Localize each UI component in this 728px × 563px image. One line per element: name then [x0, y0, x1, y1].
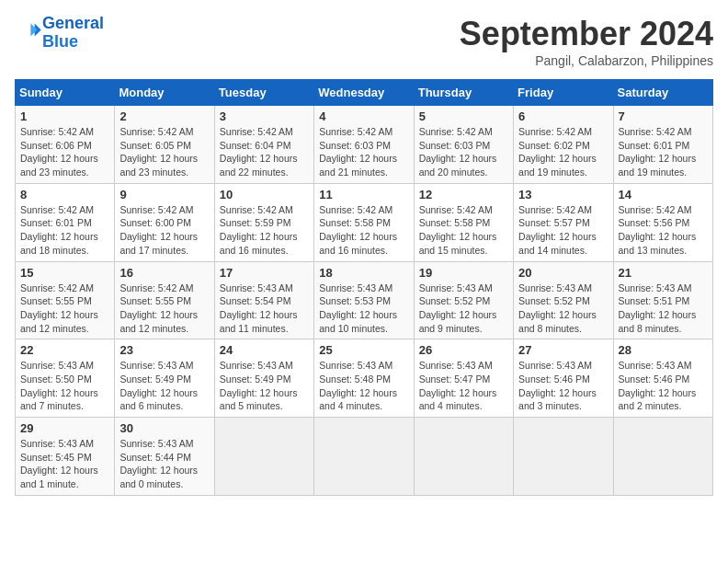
calendar-cell: 25 Sunrise: 5:43 AM Sunset: 5:48 PM Dayl…	[314, 339, 414, 418]
day-number: 24	[220, 343, 309, 357]
calendar-cell: 11 Sunrise: 5:42 AM Sunset: 5:58 PM Dayl…	[314, 183, 414, 261]
day-number: 23	[119, 343, 209, 357]
day-info: Sunrise: 5:43 AM Sunset: 5:51 PM Dayligh…	[619, 282, 708, 336]
day-number: 1	[20, 109, 109, 123]
week-row-3: 15 Sunrise: 5:42 AM Sunset: 5:55 PM Dayl…	[16, 261, 713, 339]
day-info: Sunrise: 5:42 AM Sunset: 6:04 PM Dayligh…	[220, 125, 309, 179]
calendar-cell: 12 Sunrise: 5:42 AM Sunset: 5:58 PM Dayl…	[414, 183, 513, 261]
day-number: 14	[619, 188, 708, 201]
day-info: Sunrise: 5:43 AM Sunset: 5:49 PM Dayligh…	[220, 359, 309, 413]
day-info: Sunrise: 5:42 AM Sunset: 6:03 PM Dayligh…	[419, 125, 508, 179]
day-info: Sunrise: 5:43 AM Sunset: 5:46 PM Dayligh…	[619, 359, 708, 413]
day-info: Sunrise: 5:42 AM Sunset: 6:01 PM Dayligh…	[20, 203, 109, 258]
day-info: Sunrise: 5:43 AM Sunset: 5:54 PM Dayligh…	[220, 282, 309, 336]
day-number: 18	[319, 266, 408, 280]
calendar-cell: 15 Sunrise: 5:42 AM Sunset: 5:55 PM Dayl…	[16, 261, 115, 339]
day-info: Sunrise: 5:43 AM Sunset: 5:52 PM Dayligh…	[419, 282, 508, 336]
week-row-5: 29 Sunrise: 5:43 AM Sunset: 5:45 PM Dayl…	[16, 418, 713, 496]
logo-text: GeneralBlue	[42, 15, 104, 52]
day-info: Sunrise: 5:42 AM Sunset: 6:03 PM Dayligh…	[319, 125, 408, 179]
day-number: 10	[220, 188, 309, 201]
day-number: 13	[518, 188, 608, 201]
logo: GeneralBlue	[15, 15, 104, 52]
calendar-cell: 13 Sunrise: 5:42 AM Sunset: 5:57 PM Dayl…	[514, 183, 613, 261]
day-number: 29	[20, 421, 109, 435]
calendar-cell: 1 Sunrise: 5:42 AM Sunset: 6:06 PM Dayli…	[16, 106, 115, 184]
day-info: Sunrise: 5:43 AM Sunset: 5:47 PM Dayligh…	[419, 359, 508, 413]
col-header-thursday: Thursday	[414, 80, 513, 106]
day-number: 6	[518, 109, 608, 123]
day-info: Sunrise: 5:42 AM Sunset: 6:06 PM Dayligh…	[20, 125, 109, 179]
day-number: 27	[518, 343, 608, 357]
week-row-4: 22 Sunrise: 5:43 AM Sunset: 5:50 PM Dayl…	[16, 339, 713, 418]
day-number: 20	[518, 266, 608, 280]
location: Pangil, Calabarzon, Philippines	[460, 53, 713, 68]
calendar-cell	[514, 418, 613, 496]
calendar-cell	[414, 418, 513, 496]
day-info: Sunrise: 5:42 AM Sunset: 6:00 PM Dayligh…	[119, 203, 209, 258]
day-info: Sunrise: 5:43 AM Sunset: 5:44 PM Dayligh…	[119, 437, 209, 491]
calendar-cell: 9 Sunrise: 5:42 AM Sunset: 6:00 PM Dayli…	[115, 183, 214, 261]
col-header-sunday: Sunday	[16, 80, 115, 106]
day-number: 2	[119, 109, 209, 123]
calendar-cell: 21 Sunrise: 5:43 AM Sunset: 5:51 PM Dayl…	[613, 261, 712, 339]
day-info: Sunrise: 5:43 AM Sunset: 5:50 PM Dayligh…	[20, 359, 109, 413]
day-number: 17	[220, 266, 309, 280]
title-block: September 2024 Pangil, Calabarzon, Phili…	[460, 15, 713, 68]
col-header-saturday: Saturday	[613, 80, 712, 106]
calendar-cell	[314, 418, 414, 496]
day-info: Sunrise: 5:43 AM Sunset: 5:52 PM Dayligh…	[518, 282, 608, 336]
day-number: 15	[20, 266, 109, 280]
day-info: Sunrise: 5:43 AM Sunset: 5:48 PM Dayligh…	[319, 359, 408, 413]
day-info: Sunrise: 5:43 AM Sunset: 5:49 PM Dayligh…	[119, 359, 209, 413]
day-number: 12	[419, 188, 508, 201]
calendar-cell: 5 Sunrise: 5:42 AM Sunset: 6:03 PM Dayli…	[414, 106, 513, 184]
col-header-friday: Friday	[514, 80, 613, 106]
calendar-cell: 14 Sunrise: 5:42 AM Sunset: 5:56 PM Dayl…	[613, 183, 712, 261]
week-row-1: 1 Sunrise: 5:42 AM Sunset: 6:06 PM Dayli…	[16, 106, 713, 184]
day-info: Sunrise: 5:42 AM Sunset: 6:02 PM Dayligh…	[518, 125, 608, 179]
calendar-cell: 8 Sunrise: 5:42 AM Sunset: 6:01 PM Dayli…	[16, 183, 115, 261]
calendar-cell: 28 Sunrise: 5:43 AM Sunset: 5:46 PM Dayl…	[613, 339, 712, 418]
calendar-cell: 6 Sunrise: 5:42 AM Sunset: 6:02 PM Dayli…	[514, 106, 613, 184]
month-title: September 2024	[460, 15, 713, 53]
calendar-cell: 27 Sunrise: 5:43 AM Sunset: 5:46 PM Dayl…	[514, 339, 613, 418]
day-number: 21	[619, 266, 708, 280]
week-row-2: 8 Sunrise: 5:42 AM Sunset: 6:01 PM Dayli…	[16, 183, 713, 261]
calendar-cell: 4 Sunrise: 5:42 AM Sunset: 6:03 PM Dayli…	[314, 106, 414, 184]
day-info: Sunrise: 5:42 AM Sunset: 5:55 PM Dayligh…	[119, 282, 209, 336]
day-info: Sunrise: 5:42 AM Sunset: 5:55 PM Dayligh…	[20, 282, 109, 336]
calendar-cell	[613, 418, 712, 496]
calendar-cell: 30 Sunrise: 5:43 AM Sunset: 5:44 PM Dayl…	[115, 418, 214, 496]
calendar-cell: 22 Sunrise: 5:43 AM Sunset: 5:50 PM Dayl…	[16, 339, 115, 418]
col-header-monday: Monday	[115, 80, 214, 106]
day-number: 22	[20, 343, 109, 357]
logo-icon	[17, 18, 42, 44]
calendar-cell: 17 Sunrise: 5:43 AM Sunset: 5:54 PM Dayl…	[214, 261, 313, 339]
day-number: 9	[119, 188, 209, 201]
calendar-cell: 7 Sunrise: 5:42 AM Sunset: 6:01 PM Dayli…	[613, 106, 712, 184]
day-info: Sunrise: 5:42 AM Sunset: 5:59 PM Dayligh…	[220, 203, 309, 258]
col-header-tuesday: Tuesday	[214, 80, 313, 106]
page-header: GeneralBlue September 2024 Pangil, Calab…	[15, 15, 713, 68]
calendar-cell: 24 Sunrise: 5:43 AM Sunset: 5:49 PM Dayl…	[214, 339, 313, 418]
day-info: Sunrise: 5:42 AM Sunset: 5:58 PM Dayligh…	[319, 203, 408, 258]
day-number: 26	[419, 343, 508, 357]
calendar-table: SundayMondayTuesdayWednesdayThursdayFrid…	[15, 79, 713, 496]
day-number: 8	[20, 188, 109, 201]
calendar-cell: 19 Sunrise: 5:43 AM Sunset: 5:52 PM Dayl…	[414, 261, 513, 339]
day-number: 3	[220, 109, 309, 123]
day-number: 7	[619, 109, 708, 123]
day-info: Sunrise: 5:42 AM Sunset: 6:05 PM Dayligh…	[119, 125, 209, 179]
day-info: Sunrise: 5:43 AM Sunset: 5:53 PM Dayligh…	[319, 282, 408, 336]
col-header-wednesday: Wednesday	[314, 80, 414, 106]
calendar-cell: 3 Sunrise: 5:42 AM Sunset: 6:04 PM Dayli…	[214, 106, 313, 184]
day-number: 19	[419, 266, 508, 280]
day-number: 25	[319, 343, 408, 357]
calendar-cell: 26 Sunrise: 5:43 AM Sunset: 5:47 PM Dayl…	[414, 339, 513, 418]
day-info: Sunrise: 5:42 AM Sunset: 6:01 PM Dayligh…	[619, 125, 708, 179]
day-number: 16	[119, 266, 209, 280]
calendar-cell: 10 Sunrise: 5:42 AM Sunset: 5:59 PM Dayl…	[214, 183, 313, 261]
day-info: Sunrise: 5:43 AM Sunset: 5:45 PM Dayligh…	[20, 437, 109, 491]
calendar-cell: 18 Sunrise: 5:43 AM Sunset: 5:53 PM Dayl…	[314, 261, 414, 339]
